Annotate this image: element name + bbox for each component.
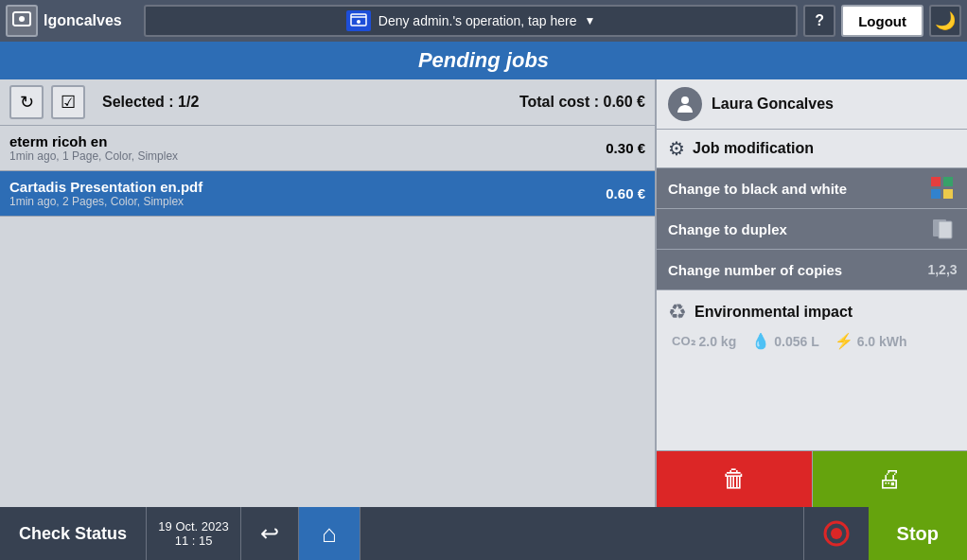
co2-icon: CO₂ [672,334,695,348]
check-status-label: Check Status [19,524,127,544]
stop-button[interactable]: Stop [869,507,967,560]
back-icon: ↩ [260,520,279,547]
cancel-print-button[interactable] [803,507,869,560]
right-actions: 🗑 🖨 [657,450,967,507]
env-stats: CO₂ 2.0 kg 💧 0.056 L ⚡ 6.0 kWh [668,332,956,350]
title-bar: Pending jobs [0,42,967,79]
user-header: Laura Goncalves [657,79,967,130]
printer-icon: 🖨 [877,464,902,494]
right-panel: Laura Goncalves ⚙ Job modification Chang… [655,79,967,507]
env-header: ♻ Environmental impact [668,300,956,324]
select-all-button[interactable]: ☑ [51,85,85,119]
env-section: ♻ Environmental impact CO₂ 2.0 kg 💧 0.05… [657,290,967,450]
jobs-header: ↻ ☑ Selected : 1/2 Total cost : 0.60 € [0,79,655,126]
bottom-bar: Check Status 19 Oct. 2023 11 : 15 ↩ ⌂ St… [0,507,967,560]
datetime-display: 19 Oct. 2023 11 : 15 [147,507,241,560]
job-item-cost: 0.30 € [606,140,645,156]
home-button[interactable]: ⌂ [299,507,360,560]
job-item-name: eterm ricoh en [9,133,606,149]
deny-button[interactable]: Deny admin.'s operation, tap here ▼ [144,5,798,37]
water-stat: 💧 0.056 L [751,332,818,350]
back-button[interactable]: ↩ [241,507,299,560]
recycle-icon: ♻ [668,300,687,324]
svg-rect-6 [939,221,952,238]
job-item[interactable]: eterm ricoh en 1min ago, 1 Page, Color, … [0,126,655,171]
print-button[interactable]: 🖨 [813,451,968,507]
left-panel: ↻ ☑ Selected : 1/2 Total cost : 0.60 € e… [0,79,655,507]
help-button[interactable]: ? [803,5,835,37]
job-list: eterm ricoh en 1min ago, 1 Page, Color, … [0,126,655,507]
night-mode-button[interactable]: 🌙 [929,5,961,37]
refresh-button[interactable]: ↻ [9,85,44,119]
user-avatar [668,87,702,121]
co2-stat: CO₂ 2.0 kg [672,334,736,349]
water-value: 0.056 L [774,334,818,349]
delete-button[interactable]: 🗑 [657,451,813,507]
env-title: Environmental impact [694,304,853,321]
job-item-info: eterm ricoh en 1min ago, 1 Page, Color, … [9,133,606,163]
top-bar: lgoncalves Deny admin.'s operation, tap … [0,0,967,42]
job-modification-title: Job modification [693,140,814,157]
spacer [360,507,803,560]
job-modification-header: ⚙ Job modification [657,130,967,168]
selected-count: Selected : 1/2 [102,94,199,111]
user-info: lgoncalves [6,5,138,37]
svg-point-8 [831,528,842,539]
cancel-print-icon [823,520,850,547]
help-label: ? [815,12,824,29]
check-status-button[interactable]: Check Status [0,507,147,560]
color-icon [929,178,956,199]
time-label: 11 : 15 [175,534,213,548]
copies-icon: 1,2,3 [929,259,956,280]
user-icon [6,5,38,37]
job-item[interactable]: Cartadis Presentation en.pdf 1min ago, 2… [0,171,655,217]
job-item-meta: 1min ago, 2 Pages, Color, Simplex [9,195,606,208]
logout-label: Logout [858,13,906,29]
stop-label: Stop [897,523,939,545]
job-item-meta: 1min ago, 1 Page, Color, Simplex [9,149,606,163]
duplex-option[interactable]: Change to duplex [657,209,967,250]
energy-value: 6.0 kWh [857,334,907,349]
bw-option[interactable]: Change to black and white [657,168,967,209]
page-title: Pending jobs [418,48,549,73]
username-label: lgoncalves [44,12,122,29]
total-cost: Total cost : 0.60 € [519,94,645,111]
energy-icon: ⚡ [835,332,853,350]
home-icon: ⌂ [322,519,337,549]
deny-label: Deny admin.'s operation, tap here [378,13,577,28]
water-icon: 💧 [751,332,770,350]
svg-point-1 [19,16,25,22]
modification-options: Change to black and white Change to dupl… [657,168,967,290]
co2-value: 2.0 kg [699,334,737,349]
duplex-label: Change to duplex [668,221,787,237]
bw-label: Change to black and white [668,181,847,197]
trash-icon: 🗑 [722,464,747,494]
svg-point-3 [357,20,360,24]
deny-chevron: ▼ [584,14,595,27]
refresh-icon: ↻ [20,92,34,113]
energy-stat: ⚡ 6.0 kWh [835,332,907,350]
logout-button[interactable]: Logout [841,5,923,37]
user-name-label: Laura Goncalves [712,96,834,113]
job-item-info: Cartadis Presentation en.pdf 1min ago, 2… [9,179,606,208]
main-content: ↻ ☑ Selected : 1/2 Total cost : 0.60 € e… [0,79,967,507]
copies-option[interactable]: Change number of copies 1,2,3 [657,250,967,290]
check-icon: ☑ [61,92,76,113]
duplex-icon [929,219,956,239]
copies-label: Change number of copies [668,262,842,278]
moon-icon: 🌙 [935,10,956,31]
job-item-name: Cartadis Presentation en.pdf [9,179,606,195]
deny-icon [346,10,371,31]
gear-icon: ⚙ [668,137,685,160]
svg-point-4 [681,96,689,104]
date-label: 19 Oct. 2023 [158,519,228,534]
job-item-cost: 0.60 € [606,185,645,201]
